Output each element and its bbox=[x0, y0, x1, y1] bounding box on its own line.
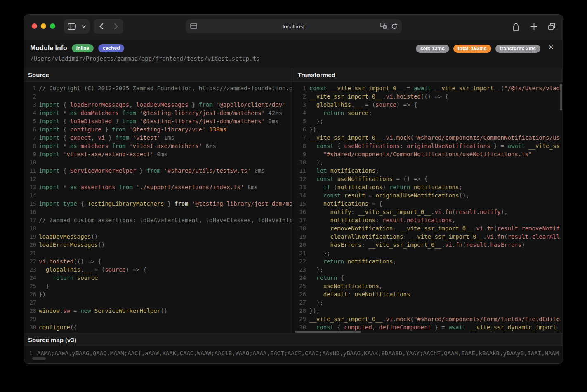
code-line: clearAllNotifications: __vite_ssr_import… bbox=[309, 232, 560, 241]
new-tab-button[interactable] bbox=[528, 20, 540, 33]
line-number: 13 bbox=[292, 183, 306, 191]
transformed-horizontal-scrollbar-thumb[interactable] bbox=[295, 331, 361, 333]
sourcemap-row: 1 AAMA;AAeA,yBAAG,QAAQ,MAAM;AACf,aAAW,KA… bbox=[24, 347, 563, 363]
line-number: 30 bbox=[24, 323, 36, 331]
zoom-window-button[interactable] bbox=[50, 23, 55, 29]
line-number: 3 bbox=[24, 101, 36, 109]
line-number: 29 bbox=[292, 315, 306, 323]
code-line: removeNotification: __vite_ssr_import_0_… bbox=[309, 224, 560, 232]
minimize-window-button[interactable] bbox=[41, 23, 46, 29]
line-number: 21 bbox=[292, 249, 306, 257]
code-line: configure({ bbox=[39, 323, 292, 331]
line-number: 14 bbox=[24, 191, 36, 200]
module-info-header: Module Info inline cached /Users/vladimi… bbox=[24, 40, 563, 68]
code-line: }; bbox=[309, 249, 560, 257]
code-line: const { useNotifications: originalUseNot… bbox=[309, 142, 560, 150]
code-line: __vite_ssr_import_0__.vi.mock("#shared/c… bbox=[309, 134, 560, 142]
line-number: 4 bbox=[24, 109, 36, 117]
source-panel: Source 123456789101112131415161718192021… bbox=[24, 68, 292, 333]
line-number: 28 bbox=[292, 307, 306, 315]
line-number: 27 bbox=[292, 298, 306, 307]
sourcemap-header: Source map (v3) bbox=[24, 333, 563, 346]
line-number: 26 bbox=[292, 290, 306, 298]
code-line: } bbox=[39, 282, 292, 290]
code-line: }); bbox=[309, 307, 560, 315]
code-line: }; bbox=[309, 298, 560, 307]
line-number: 15 bbox=[292, 200, 306, 208]
code-line: const __vite_ssr_import_0__ = await __vi… bbox=[309, 84, 560, 92]
transformed-line-numbers: 1234567891011121314151617181920212223242… bbox=[292, 84, 306, 331]
line-number: 14 bbox=[292, 191, 306, 200]
forward-button[interactable] bbox=[114, 23, 118, 30]
line-number: 17 bbox=[292, 216, 306, 224]
code-line: if (notifications) return notifications; bbox=[309, 183, 560, 191]
back-button[interactable] bbox=[99, 23, 104, 30]
code-line: return notifications; bbox=[309, 257, 560, 265]
line-number: 12 bbox=[24, 175, 36, 183]
line-number: 7 bbox=[24, 134, 36, 142]
sidebar-toggle-button[interactable] bbox=[64, 19, 90, 34]
code-line bbox=[39, 315, 292, 323]
transformed-code: const __vite_ssr_import_0__ = await __vi… bbox=[309, 84, 560, 331]
code-line: import { expect, vi } from 'vitest' 1ms bbox=[39, 134, 292, 142]
url-text[interactable]: localhost bbox=[186, 19, 402, 33]
code-line: "#shared/components/CommonNotifications/… bbox=[309, 150, 560, 158]
address-bar[interactable]: localhost x bbox=[186, 19, 402, 33]
code-line bbox=[39, 92, 292, 101]
code-line: import 'vitest-axe/extend-expect' 0ms bbox=[39, 150, 292, 158]
close-panel-button[interactable]: × bbox=[546, 42, 556, 52]
badge-inline: inline bbox=[72, 44, 94, 52]
line-number: 8 bbox=[24, 142, 36, 150]
transformed-panel: Transformed 1234567891011121314151617181… bbox=[292, 68, 563, 333]
line-number: 22 bbox=[24, 257, 36, 265]
line-number: 21 bbox=[24, 249, 36, 257]
close-window-button[interactable] bbox=[32, 23, 37, 29]
line-number: 7 bbox=[292, 134, 306, 142]
translate-icon[interactable]: x bbox=[380, 23, 387, 30]
code-panels: Source 123456789101112131415161718192021… bbox=[24, 68, 563, 333]
code-line: notifications = { bbox=[309, 200, 560, 208]
timing-self-badge: self: 12ms bbox=[416, 45, 449, 53]
line-number: 19 bbox=[292, 232, 306, 241]
chevron-down-icon bbox=[82, 25, 86, 28]
line-number: 23 bbox=[24, 265, 36, 274]
sidebar-icon bbox=[68, 23, 76, 30]
line-number: 20 bbox=[24, 241, 36, 249]
line-number: 9 bbox=[292, 150, 306, 158]
line-number: 2 bbox=[24, 92, 36, 101]
code-line: }; bbox=[309, 117, 560, 125]
code-line: import type { TestingLibraryMatchers } f… bbox=[39, 200, 292, 208]
line-number: 11 bbox=[24, 167, 36, 175]
code-line: import { toBeDisabled } from '@testing-l… bbox=[39, 117, 292, 125]
timing-transform-badge: transform: 2ms bbox=[495, 45, 540, 53]
code-line: useNotifications, bbox=[309, 282, 560, 290]
vertical-scrollbar-thumb[interactable] bbox=[560, 84, 562, 110]
line-number: 30 bbox=[292, 323, 306, 331]
line-number: 3 bbox=[292, 101, 306, 109]
code-line: window.sw = new ServiceWorkerHelper() bbox=[39, 307, 292, 315]
line-number: 22 bbox=[292, 257, 306, 265]
code-line: import { configure } from '@testing-libr… bbox=[39, 125, 292, 134]
line-number: 16 bbox=[24, 208, 36, 216]
screen-background: { "browser": { "url": "localhost", "traf… bbox=[0, 0, 587, 392]
code-line: return { bbox=[309, 274, 560, 282]
sourcemap-line-number: 1 bbox=[29, 350, 32, 357]
line-number: 6 bbox=[24, 125, 36, 134]
reload-icon[interactable] bbox=[391, 23, 398, 30]
line-number: 24 bbox=[292, 274, 306, 282]
tab-overview-button[interactable] bbox=[546, 20, 557, 33]
nav-buttons bbox=[94, 19, 123, 34]
code-line: // Zammad custom assertions: toBeAvatarE… bbox=[39, 216, 292, 224]
code-line: ); bbox=[309, 158, 560, 167]
code-line: }); bbox=[309, 125, 560, 134]
code-line: let notifications; bbox=[309, 167, 560, 175]
line-number: 26 bbox=[24, 290, 36, 298]
sourcemap-horizontal-scrollbar-thumb[interactable] bbox=[32, 357, 46, 360]
line-number: 11 bbox=[292, 167, 306, 175]
transformed-code-area: 1234567891011121314151617181920212223242… bbox=[292, 82, 563, 333]
line-number: 29 bbox=[24, 315, 36, 323]
share-button[interactable] bbox=[510, 20, 522, 33]
line-number: 17 bbox=[24, 216, 36, 224]
line-number: 6 bbox=[292, 125, 306, 134]
code-line: return source bbox=[39, 274, 292, 282]
